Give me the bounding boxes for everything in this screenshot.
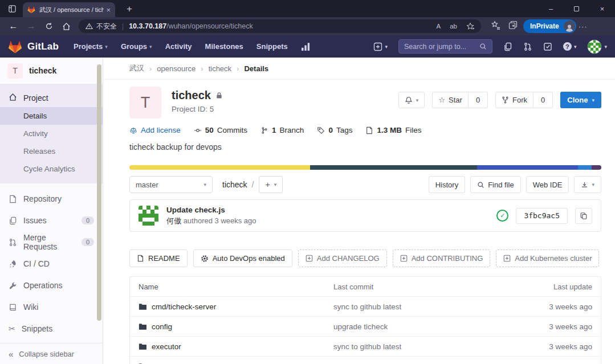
find-file-button[interactable]: Find file [470, 176, 521, 193]
security-label[interactable]: 不安全 [96, 22, 117, 31]
vertical-tabs-button[interactable] [3, 0, 21, 17]
pipeline-passed-icon[interactable]: ✓ [496, 210, 508, 222]
download-dropdown[interactable]: ▾ [574, 176, 601, 193]
folder-name-link[interactable]: executor [152, 342, 181, 351]
branches-link[interactable]: 1 Branch [260, 126, 304, 134]
sidebar-project-header[interactable]: T ticheck [0, 58, 103, 84]
fork-count[interactable]: 0 [533, 92, 553, 108]
nav-projects[interactable]: Projects▾ [74, 42, 108, 51]
tree-project-link[interactable]: ticheck [222, 180, 247, 189]
table-row[interactable]: cmd/ticheck-server sync to github latest… [130, 297, 601, 317]
add-file-dropdown[interactable]: + ▾ [259, 176, 283, 193]
sidebar-item-snippets[interactable]: ✂ Snippets [0, 318, 103, 340]
window-maximize-button[interactable] [564, 0, 589, 17]
issues-button[interactable] [503, 42, 512, 51]
sidebar-item-project[interactable]: Project [0, 88, 103, 107]
nav-snippets[interactable]: Snippets [256, 42, 288, 51]
add-contributing-button[interactable]: Add CONTRIBUTING [393, 250, 491, 267]
web-ide-button[interactable]: Web IDE [526, 176, 569, 193]
help-dropdown[interactable]: ? ▾ [563, 42, 577, 51]
commit-author-avatar[interactable] [139, 206, 158, 226]
commit-author-link[interactable]: 何傲 [166, 216, 181, 225]
translate-icon[interactable]: ab [450, 23, 457, 30]
sidebar-item-wiki[interactable]: Wiki [0, 296, 103, 318]
branch-selector[interactable]: master ▾ [129, 176, 213, 193]
project-id: Project ID: 5 [172, 105, 223, 113]
gitlab-tanuki-logo [8, 40, 22, 54]
fork-button[interactable]: Fork [495, 92, 533, 108]
tags-link[interactable]: 0 Tags [317, 126, 352, 134]
browser-menu-icon[interactable]: ··· [579, 22, 588, 31]
folder-name-link[interactable]: internal [152, 362, 177, 364]
breadcrumb-subgroup[interactable]: opensource [157, 64, 196, 73]
address-bar[interactable]: 不安全 | 10.3.70.187/wuhan/opensource/tiche… [79, 19, 481, 33]
column-last-commit: Last commit [333, 283, 507, 291]
table-row[interactable]: executor sync to github latest 3 weeks a… [130, 337, 601, 357]
tree-controls: master ▾ ticheck / + ▾ History [129, 176, 601, 193]
add-license-link[interactable]: Add license [129, 126, 181, 134]
sidebar-item-repository[interactable]: Repository [0, 188, 103, 210]
inprivate-badge[interactable]: InPrivate [523, 19, 576, 33]
sidebar-item-activity[interactable]: Activity [0, 125, 103, 142]
sidebar-item-ci-cd[interactable]: CI / CD [0, 253, 103, 275]
window-close-button[interactable]: × [589, 0, 615, 17]
gitlab-brand[interactable]: GitLab [8, 40, 59, 54]
refresh-button[interactable] [40, 18, 58, 34]
browser-tab[interactable]: 武汉 / opensource / ticheck · Gi × [23, 2, 115, 17]
read-aloud-icon[interactable]: A [437, 23, 441, 30]
sidebar-item-releases[interactable]: Releases [0, 142, 103, 160]
favorites-icon[interactable] [491, 21, 500, 32]
sidebar-item-cycle-analytics[interactable]: Cycle Analytics [0, 160, 103, 178]
commit-message-link[interactable]: Update check.js [166, 206, 256, 214]
sidebar-item-merge-requests[interactable]: Merge Requests 0 [0, 231, 103, 253]
table-row[interactable]: config upgrade ticheck 3 weeks ago [130, 317, 601, 337]
user-menu[interactable]: ▾ [587, 39, 607, 54]
sidebar-items: Repository Issues 0 Merge Requests 0 [0, 183, 103, 340]
add-changelog-button[interactable]: Add CHANGELOG [298, 250, 387, 267]
sidebar-item-issues[interactable]: Issues 0 [0, 210, 103, 231]
star-count[interactable]: 0 [469, 92, 488, 108]
add-kubernetes-button[interactable]: Add Kubernetes cluster [496, 250, 599, 267]
forward-button[interactable]: → [22, 18, 40, 34]
clone-button[interactable]: Clone ▾ [560, 92, 601, 108]
nav-milestones[interactable]: Milestones [205, 42, 243, 51]
breadcrumb-group[interactable]: 武汉 [129, 63, 144, 73]
tab-close-icon[interactable]: × [106, 6, 111, 14]
breadcrumb-project[interactable]: ticheck [209, 64, 231, 73]
notification-dropdown-button[interactable]: ▾ [398, 92, 425, 108]
commit-sha[interactable]: 3fbc9ac5 [516, 208, 568, 224]
search-input[interactable]: Search or jump to... [398, 39, 492, 54]
language-bar[interactable] [129, 165, 601, 170]
new-dropdown-button[interactable]: ▾ [373, 42, 388, 51]
readme-button[interactable]: README [129, 250, 188, 267]
folder-name-link[interactable]: config [152, 322, 172, 331]
collections-icon[interactable] [508, 21, 518, 32]
copy-sha-button[interactable] [575, 208, 592, 224]
back-button[interactable]: ← [5, 18, 22, 34]
url-text[interactable]: 10.3.70.187/wuhan/opensource/ticheck [129, 22, 253, 30]
sidebar-scrollbar[interactable] [97, 64, 101, 321]
commits-link[interactable]: 50 Commits [194, 126, 247, 134]
new-tab-button[interactable]: + [122, 2, 137, 16]
collapse-sidebar-button[interactable]: « Collapse sidebar [0, 343, 103, 364]
table-row[interactable]: internal sync to github latest 3 weeks a… [130, 357, 601, 364]
todos-button[interactable] [543, 42, 552, 51]
commit-message-link[interactable]: sync to github latest [333, 362, 507, 364]
sidebar-item-operations[interactable]: Operations [0, 275, 103, 296]
commit-message-link[interactable]: upgrade ticheck [333, 322, 507, 331]
charts-button[interactable] [301, 42, 311, 51]
nav-activity[interactable]: Activity [165, 42, 192, 51]
merge-requests-button[interactable] [523, 42, 532, 51]
commit-message-link[interactable]: sync to github latest [333, 302, 507, 311]
window-minimize-button[interactable]: – [538, 0, 564, 17]
history-button[interactable]: History [429, 176, 465, 193]
folder-name-link[interactable]: cmd/ticheck-server [152, 302, 216, 311]
commit-message-link[interactable]: sync to github latest [333, 342, 507, 351]
home-button[interactable] [58, 18, 75, 34]
nav-groups[interactable]: Groups▾ [121, 42, 152, 51]
add-favorite-star-icon[interactable] [466, 22, 474, 30]
star-button[interactable]: ☆ Star [432, 92, 469, 108]
sidebar-item-details[interactable]: Details [0, 107, 103, 125]
files-link[interactable]: 1.3 MB Files [365, 126, 421, 134]
auto-devops-button[interactable]: Auto DevOps enabled [193, 250, 292, 267]
